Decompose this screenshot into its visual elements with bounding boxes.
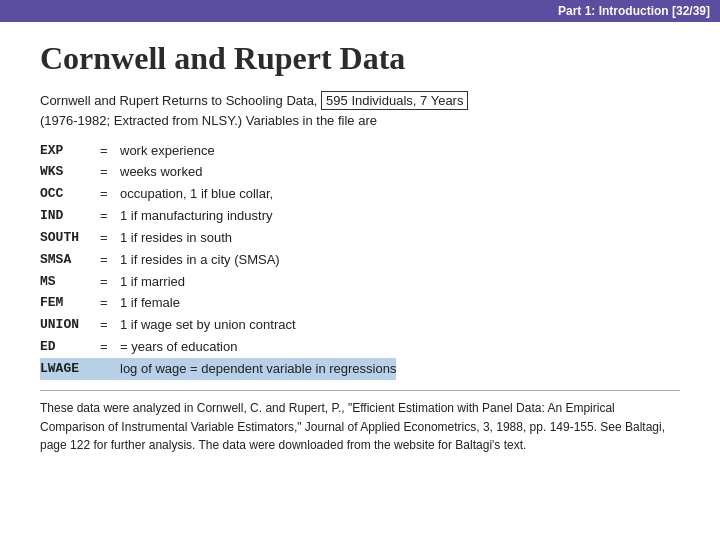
var-eq: = (100, 271, 120, 293)
var-eq: = (100, 206, 120, 228)
var-name: OCC (40, 184, 100, 206)
intro-paragraph: Cornwell and Rupert Returns to Schooling… (40, 91, 680, 130)
var-desc: = years of education (120, 337, 396, 359)
var-eq: = (100, 293, 120, 315)
var-eq: = (100, 337, 120, 359)
var-name: FEM (40, 293, 100, 315)
lwage-row: LWAGE log of wage = dependent variable i… (40, 358, 396, 380)
variables-table: EXP = work experience WKS = weeks worked… (40, 140, 396, 380)
variable-row: ED = = years of education (40, 337, 396, 359)
variable-row: UNION = 1 if wage set by union contract (40, 315, 396, 337)
slide-label: Part 1: Introduction [32/39] (558, 4, 710, 18)
var-eq: = (100, 249, 120, 271)
variable-row: OCC = occupation, 1 if blue collar, (40, 184, 396, 206)
lwage-desc: log of wage = dependent variable in regr… (120, 358, 396, 380)
lwage-name: LWAGE (40, 358, 100, 380)
intro-before: Cornwell and Rupert Returns to Schooling… (40, 93, 317, 108)
footer-text: These data were analyzed in Cornwell, C.… (40, 390, 680, 455)
variable-row: IND = 1 if manufacturing industry (40, 206, 396, 228)
var-desc: 1 if resides in a city (SMSA) (120, 249, 396, 271)
top-bar: Part 1: Introduction [32/39] (0, 0, 720, 22)
variable-row: SOUTH = 1 if resides in south (40, 227, 396, 249)
var-desc: 1 if married (120, 271, 396, 293)
var-desc: 1 if manufacturing industry (120, 206, 396, 228)
var-eq: = (100, 140, 120, 162)
var-desc: occupation, 1 if blue collar, (120, 184, 396, 206)
page-title: Cornwell and Rupert Data (40, 40, 680, 77)
var-eq: = (100, 315, 120, 337)
var-name: ED (40, 337, 100, 359)
var-eq: = (100, 184, 120, 206)
var-name: EXP (40, 140, 100, 162)
var-desc: 1 if wage set by union contract (120, 315, 396, 337)
var-name: UNION (40, 315, 100, 337)
main-content: Cornwell and Rupert Data Cornwell and Ru… (0, 22, 720, 471)
variable-row: MS = 1 if married (40, 271, 396, 293)
variable-row: EXP = work experience (40, 140, 396, 162)
variable-row: FEM = 1 if female (40, 293, 396, 315)
variable-row: WKS = weeks worked (40, 162, 396, 184)
var-name: SOUTH (40, 227, 100, 249)
var-eq: = (100, 162, 120, 184)
var-name: SMSA (40, 249, 100, 271)
var-name: MS (40, 271, 100, 293)
var-desc: work experience (120, 140, 396, 162)
var-desc: 1 if female (120, 293, 396, 315)
intro-after: (1976-1982; Extracted from NLSY.) Variab… (40, 113, 377, 128)
var-desc: weeks worked (120, 162, 396, 184)
var-name: IND (40, 206, 100, 228)
variable-row: SMSA = 1 if resides in a city (SMSA) (40, 249, 396, 271)
lwage-eq (100, 358, 120, 380)
var-name: WKS (40, 162, 100, 184)
highlight-individuals-years: 595 Individuals, 7 Years (321, 91, 468, 110)
var-eq: = (100, 227, 120, 249)
var-desc: 1 if resides in south (120, 227, 396, 249)
